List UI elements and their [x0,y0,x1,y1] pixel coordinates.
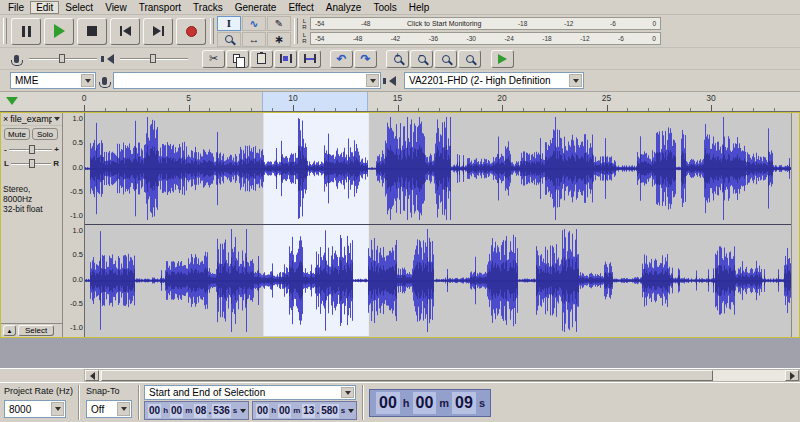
waveform-left-channel[interactable] [85,113,793,224]
stop-button[interactable] [77,18,107,45]
menu-tracks[interactable]: Tracks [187,1,229,14]
collapse-track-button[interactable]: ▲ [3,325,16,336]
end-minutes[interactable]: 00 [278,404,291,418]
select-track-button[interactable]: Select [18,325,54,336]
start-minutes[interactable]: 00 [170,404,183,418]
timeline-ruler[interactable]: 051015202530 [0,92,800,112]
left-channel-scale: 1.00.50.0-0.5-1.0 [63,113,85,224]
playback-device-select[interactable]: VA2201-FHD (2- High Definition [404,72,584,89]
menu-transport[interactable]: Transport [133,1,187,14]
scrollbar-thumb[interactable] [101,370,713,381]
silence-audio-button[interactable] [298,50,321,68]
snap-to-select[interactable]: Off [86,400,132,418]
skip-to-end-button[interactable] [143,18,173,45]
record-button[interactable] [176,18,206,45]
mute-solo-row: Mute Solo [1,126,62,142]
start-hours[interactable]: 00 [148,404,161,418]
zoom-in-button[interactable]: + [386,50,409,68]
trim-audio-button[interactable] [274,50,297,68]
multi-tool-button[interactable]: ∗ [267,32,291,47]
monitor-text[interactable]: Click to Start Monitoring [407,20,481,27]
chevron-down-icon[interactable] [240,409,246,413]
menu-tools[interactable]: Tools [367,1,402,14]
timeline-minor-tick [230,108,231,111]
selection-end-field[interactable]: 00h 00m 13.580s [252,401,357,420]
zoom-tool-button[interactable] [217,32,241,47]
copy-button[interactable] [226,50,249,68]
track-menu-caret-icon[interactable] [54,117,60,121]
timeline-selection[interactable] [262,92,367,111]
end-seconds[interactable]: 13 [302,404,315,418]
envelope-tool-button[interactable]: ∿ [242,16,266,31]
menu-view[interactable]: View [99,1,133,14]
toolbar-grip[interactable] [3,18,7,44]
start-seconds[interactable]: 08 [194,404,207,418]
quick-play-marker-icon[interactable] [6,97,18,105]
timeline-minor-tick [377,108,378,111]
track-close-button[interactable]: × [3,115,8,124]
undo-button[interactable]: ↶ [330,50,353,68]
timeline-minor-tick [168,108,169,111]
recording-volume-slider[interactable] [29,53,97,64]
draw-tool-button[interactable]: ✎ [267,16,291,31]
solo-button[interactable]: Solo [32,128,58,140]
fit-selection-button[interactable] [434,50,457,68]
position-hours: 00 [376,392,400,414]
timeline-tick-label: 0 [77,93,91,103]
vertical-scrollbar[interactable] [791,113,799,337]
waveform-right-channel[interactable] [85,225,793,336]
menu-analyze[interactable]: Analyze [320,1,368,14]
meter-tick-label: -12 [564,20,573,27]
toolbar-grip[interactable] [210,18,214,44]
track-title[interactable]: file_example [10,114,52,124]
zoom-out-icon: − [418,55,426,63]
toolbar-grip[interactable] [294,18,298,44]
scale-label: 0.0 [73,164,83,172]
time-shift-tool-button[interactable]: ↔ [242,32,266,47]
playback-meter[interactable]: LR -54-48-42-36-30-24-18-12-60 [301,32,661,46]
gain-slider[interactable] [9,144,53,154]
gain-max-label: + [54,145,59,154]
position-seconds: 09 [452,392,476,414]
scale-label: 0.0 [73,276,83,284]
selection-tool-button[interactable]: I [217,16,241,31]
project-rate-select[interactable]: 8000 [4,400,66,418]
menu-help[interactable]: Help [403,1,436,14]
pan-slider[interactable] [11,158,51,168]
chevron-down-icon[interactable] [348,409,354,413]
selection-mode-select[interactable]: Start and End of Selection [144,385,356,400]
fit-project-button[interactable] [458,50,481,68]
menu-file[interactable]: File [2,1,30,14]
scroll-left-button[interactable] [85,370,99,381]
menu-effect[interactable]: Effect [282,1,319,14]
speaker-icon [389,76,396,86]
mute-button[interactable]: Mute [4,128,30,140]
fit-selection-icon [442,55,450,63]
horizontal-scrollbar[interactable] [84,369,800,382]
play-at-speed-button[interactable] [491,50,514,68]
timeline-minor-tick [753,108,754,111]
audio-host-select[interactable]: MME [10,72,96,89]
menu-generate[interactable]: Generate [229,1,283,14]
recording-meter[interactable]: LR -54-48Click to Start Monitoring-18-12… [301,17,661,31]
selection-start-field[interactable]: 00h 00m 08.536s [144,401,249,420]
skip-to-start-button[interactable] [110,18,140,45]
timeline-tick-label: 15 [391,93,405,103]
zoom-out-button[interactable]: − [410,50,433,68]
cut-button[interactable]: ✂ [202,50,225,68]
menu-select[interactable]: Select [59,1,99,14]
menu-edit[interactable]: Edit [30,1,59,14]
play-button[interactable] [44,18,74,45]
recording-device-select[interactable] [113,72,381,89]
pause-button[interactable] [11,18,41,45]
clipboard-icon [257,53,266,64]
paste-button[interactable] [250,50,273,68]
end-millis[interactable]: 580 [320,404,339,418]
start-millis[interactable]: 536 [212,404,231,418]
playback-volume-slider[interactable] [120,53,188,64]
end-hours[interactable]: 00 [256,404,269,418]
redo-button[interactable]: ↷ [354,50,377,68]
right-arrow-icon [790,372,795,380]
audio-position-display[interactable]: 00h 00m 09s [369,389,491,417]
scroll-right-button[interactable] [785,370,799,381]
